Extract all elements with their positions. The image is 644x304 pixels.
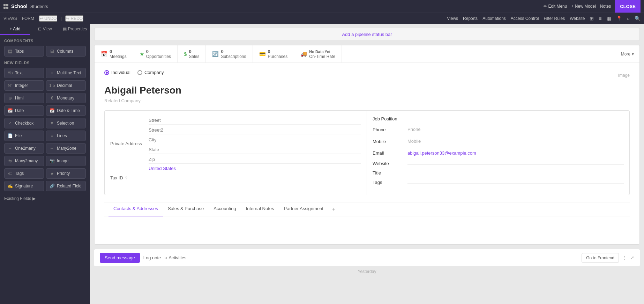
close-button[interactable]: CLOSE (615, 0, 641, 13)
field-lines[interactable]: ≡ Lines (46, 131, 86, 141)
lines-icon: ≡ (49, 133, 55, 138)
field-many2one[interactable]: ↔ Many2one (46, 143, 86, 154)
nav-students[interactable]: Students (30, 4, 48, 9)
smart-btn-on-time-rate[interactable]: 🚚 No Data Yet On-Time Rate (294, 45, 342, 62)
tab-contacts[interactable]: Contacts & Addresses (108, 202, 163, 216)
smart-btn-purchases[interactable]: 💳 0 Purchases (253, 45, 294, 62)
smart-btn-subscriptions[interactable]: 🔄 0 Subscriptions (206, 45, 253, 62)
view-icon-list[interactable]: ≡ (599, 16, 601, 21)
zip-input[interactable] (149, 155, 361, 164)
component-columns[interactable]: ⊞ Columns (46, 46, 86, 57)
field-selection[interactable]: ▼ Selection (46, 118, 86, 128)
form-label[interactable]: FORM (22, 16, 34, 21)
tab-sales-purchase[interactable]: Sales & Purchase (163, 202, 209, 216)
go-to-frontend-button[interactable]: Go to Frontend (582, 253, 619, 263)
state-input[interactable] (149, 146, 361, 154)
content-area: Add a pipeline status bar 📅 0 Meetings ★… (90, 24, 644, 304)
job-position-row: Job Position (373, 116, 624, 121)
sales-icon: $ (184, 51, 187, 57)
field-monetary[interactable]: € Monetary (46, 93, 86, 103)
street-input[interactable] (149, 116, 361, 125)
field-priority[interactable]: ★ Priority (46, 168, 86, 179)
field-datetime[interactable]: 📅 Date & Time (46, 105, 86, 116)
tags-value[interactable] (407, 181, 624, 184)
component-tabs[interactable]: ▤ Tabs (4, 46, 44, 57)
mobile-value[interactable]: Mobile (407, 138, 624, 145)
field-file[interactable]: 📄 File (4, 131, 44, 141)
subscriptions-count: 0 (221, 49, 223, 54)
notes-button[interactable]: Notes (600, 4, 611, 9)
field-checkbox-label: Checkbox (15, 121, 33, 126)
redo-button[interactable]: ↪ REDO (65, 15, 83, 22)
street2-input[interactable] (149, 126, 361, 134)
view-icon-circle[interactable]: ○ (627, 16, 630, 21)
undo-redo-group: ↩ UNDO | ↪ REDO (39, 15, 83, 22)
nav-access-control[interactable]: Access Control (511, 16, 539, 21)
grid-icon[interactable] (3, 4, 8, 9)
field-multiline[interactable]: ≡ Multiline Text (46, 68, 86, 78)
field-one2many[interactable]: → One2many (4, 143, 44, 154)
field-one2many-label: One2many (15, 146, 36, 151)
new-model-button[interactable]: + New Model (571, 4, 596, 9)
smart-btn-sales[interactable]: $ 0 Sales (178, 45, 206, 62)
city-input[interactable] (149, 136, 361, 144)
tab-add-button[interactable]: ＋ (328, 202, 339, 216)
sidebar-tab-properties[interactable]: ▤ Properties (60, 24, 90, 35)
sidebar-tab-add[interactable]: + Add (0, 24, 30, 35)
nav-filter-rules[interactable]: Filter Rules (544, 16, 565, 21)
field-image[interactable]: 📷 Image (46, 156, 86, 166)
field-signature[interactable]: ✍ Signature (4, 181, 44, 191)
nav-automations[interactable]: Automations (482, 16, 506, 21)
country-field[interactable]: United States (149, 166, 361, 171)
field-many2many[interactable]: ⇆ Many2many (4, 156, 44, 166)
view-icon-kanban[interactable]: ⊞ (590, 16, 594, 21)
title-value[interactable] (407, 172, 624, 174)
field-integer[interactable]: N° Integer (4, 80, 44, 91)
log-note-button[interactable]: Log note (143, 255, 161, 260)
existing-fields[interactable]: Existing Fields ▶ (0, 193, 90, 205)
job-position-value[interactable] (407, 118, 624, 120)
views-label[interactable]: VIEWS (3, 16, 17, 21)
activities-button[interactable]: ○ Activities (164, 255, 186, 260)
expand-icon[interactable]: ⤢ (630, 255, 634, 260)
search-icon[interactable]: 🔍 (635, 16, 641, 21)
purchases-content: 0 Purchases (268, 49, 288, 59)
field-related-field[interactable]: 🔗 Related Field (46, 181, 86, 191)
website-value[interactable] (407, 162, 624, 165)
selection-icon: ▼ (49, 121, 55, 126)
sidebar-tab-view[interactable]: ⊡ View (30, 24, 60, 35)
radio-individual[interactable]: Individual (104, 70, 130, 75)
smart-btn-meetings[interactable]: 📅 0 Meetings (95, 45, 133, 62)
nav-views[interactable]: Views (447, 16, 458, 21)
email-value[interactable]: abigail.peterson33@example.com (407, 149, 624, 157)
field-text[interactable]: Ab Text (4, 68, 44, 78)
view-icon-filter[interactable]: ▦ (607, 16, 611, 21)
field-checkbox[interactable]: ✓ Checkbox (4, 118, 44, 128)
radio-company[interactable]: Company (137, 70, 164, 75)
field-html[interactable]: ⊕ Html (4, 93, 44, 103)
nav-reports[interactable]: Reports (463, 16, 478, 21)
tab-partner-assignment[interactable]: Partner Assignment (279, 202, 328, 216)
undo-button[interactable]: ↩ UNDO (39, 15, 57, 22)
existing-fields-label: Existing Fields (4, 196, 31, 201)
tab-accounting-label: Accounting (214, 206, 236, 211)
nav-website[interactable]: Website (570, 16, 585, 21)
field-tags[interactable]: 🏷 Tags (4, 168, 44, 179)
field-date[interactable]: 📅 Date (4, 105, 44, 116)
more-options-icon[interactable]: ⋮ (622, 255, 627, 260)
send-message-button[interactable]: Send message (100, 253, 140, 263)
field-decimal[interactable]: 1.5 Decimal (46, 80, 86, 91)
related-company[interactable]: Related Company (104, 98, 630, 103)
smart-btn-opportunities[interactable]: ★ 0 Opportunities (133, 45, 178, 62)
view-icon-map[interactable]: 📍 (616, 16, 622, 21)
pipeline-bar[interactable]: Add a pipeline status bar (94, 28, 640, 41)
html-icon: ⊕ (7, 96, 13, 101)
phone-value[interactable]: Phone (407, 126, 624, 133)
file-icon: 📄 (7, 133, 13, 138)
edit-menu-button[interactable]: ✏ Edit Menu (544, 4, 567, 9)
more-button[interactable]: More ▾ (615, 45, 639, 62)
tab-accounting[interactable]: Accounting (209, 202, 241, 216)
tab-internal-notes[interactable]: Internal Notes (241, 202, 279, 216)
image-placeholder[interactable]: Image (618, 73, 630, 78)
address-section: Private Address United States (105, 111, 367, 195)
